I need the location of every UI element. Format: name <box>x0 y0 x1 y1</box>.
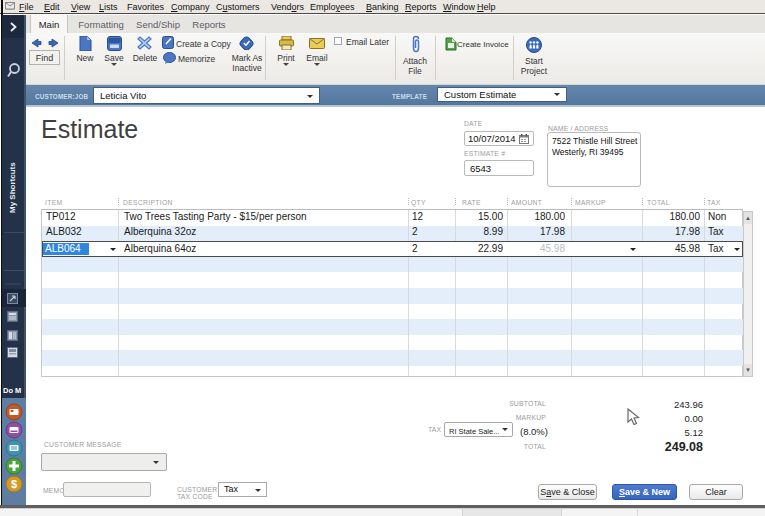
svg-text:$: $ <box>11 478 17 490</box>
